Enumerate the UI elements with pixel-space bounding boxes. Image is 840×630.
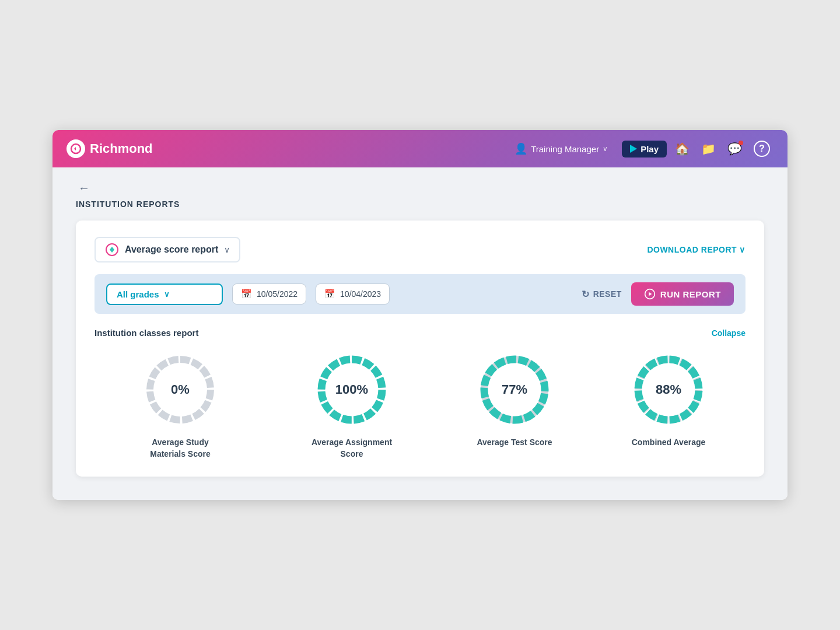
chart-item-assignment: 100%Average Assignment Score [305, 352, 398, 460]
grade-label: All grades [117, 289, 159, 299]
brand-name: Richmond [90, 141, 153, 156]
message-button[interactable]: 💬 [724, 138, 746, 159]
classes-report-header: Institution classes report Collapse [94, 328, 746, 338]
donut-study-materials: 0% [142, 352, 218, 428]
brand: Richmond [66, 139, 514, 158]
chart-caption-test: Average Test Score [477, 437, 552, 449]
help-icon: ? [754, 141, 770, 157]
reset-label: RESET [593, 289, 622, 299]
donut-label-assignment: 100% [335, 382, 368, 397]
charts-row: 0%Average Study Materials Score100%Avera… [94, 352, 746, 460]
calendar-icon-2: 📅 [324, 289, 335, 299]
help-button[interactable]: ? [750, 137, 774, 160]
calendar-icon: 📅 [241, 289, 252, 299]
main-window: Richmond 👤 Training Manager ∨ Play 🏠 📁 💬 [52, 130, 788, 499]
donut-label-test: 77% [502, 382, 527, 397]
home-button[interactable]: 🏠 [671, 138, 693, 159]
date-from-input[interactable]: 📅 10/05/2022 [232, 284, 306, 304]
chevron-down-icon: ∨ [603, 145, 608, 153]
chart-item-test: 77%Average Test Score [477, 352, 552, 449]
user-icon: 👤 [514, 142, 527, 155]
report-type-chevron-icon: ∨ [224, 245, 230, 254]
report-card: Average score report ∨ DOWNLOAD REPORT ∨… [76, 220, 764, 476]
navbar: Richmond 👤 Training Manager ∨ Play 🏠 📁 💬 [52, 130, 788, 167]
date-to-input[interactable]: 📅 10/04/2023 [316, 284, 390, 304]
collapse-button[interactable]: Collapse [712, 328, 746, 338]
grade-select[interactable]: All grades ∨ [106, 284, 223, 305]
donut-label-combined: 88% [656, 382, 681, 397]
back-arrow-icon: ← [78, 181, 90, 195]
chart-caption-combined: Combined Average [632, 437, 706, 449]
user-menu[interactable]: 👤 Training Manager ∨ [514, 142, 608, 155]
play-label: Play [640, 144, 659, 154]
reset-icon: ↻ [582, 289, 590, 300]
chart-caption-study-materials: Average Study Materials Score [134, 437, 227, 460]
home-icon: 🏠 [675, 142, 690, 156]
folder-icon: 📁 [701, 142, 716, 156]
classes-report-title: Institution classes report [94, 328, 198, 338]
donut-combined: 88% [631, 352, 706, 428]
run-report-label: RUN REPORT [660, 289, 721, 299]
date-to-value: 10/04/2023 [340, 289, 381, 299]
chart-item-study-materials: 0%Average Study Materials Score [134, 352, 227, 460]
run-report-button[interactable]: RUN REPORT [631, 282, 734, 306]
reset-button[interactable]: ↻ RESET [582, 289, 622, 300]
grade-chevron-icon: ∨ [164, 290, 170, 299]
notification-dot [738, 141, 743, 145]
brand-icon [66, 139, 85, 158]
filter-bar: All grades ∨ 📅 10/05/2022 📅 10/04/2023 ↻… [94, 274, 746, 314]
folder-button[interactable]: 📁 [698, 138, 719, 159]
navbar-actions: Play 🏠 📁 💬 ? [622, 137, 774, 160]
report-header: Average score report ∨ DOWNLOAD REPORT ∨ [94, 237, 746, 262]
download-report-button[interactable]: DOWNLOAD REPORT ∨ [647, 245, 746, 254]
run-report-icon [644, 288, 656, 300]
user-label: Training Manager [531, 144, 599, 154]
play-triangle-icon [630, 145, 637, 153]
chart-caption-assignment: Average Assignment Score [305, 437, 398, 460]
page-title: INSTITUTION REPORTS [76, 200, 764, 209]
donut-label-study-materials: 0% [171, 382, 190, 397]
back-button[interactable]: ← [76, 179, 92, 197]
date-from-value: 10/05/2022 [257, 289, 298, 299]
donut-test: 77% [477, 352, 552, 428]
report-type-selector[interactable]: Average score report ∨ [94, 237, 240, 262]
play-button[interactable]: Play [622, 141, 667, 158]
report-type-label: Average score report [125, 244, 218, 255]
page-content: ← INSTITUTION REPORTS Average score repo… [52, 167, 788, 499]
report-type-icon [105, 243, 119, 257]
donut-assignment: 100% [314, 352, 390, 428]
chart-item-combined: 88%Combined Average [631, 352, 706, 449]
